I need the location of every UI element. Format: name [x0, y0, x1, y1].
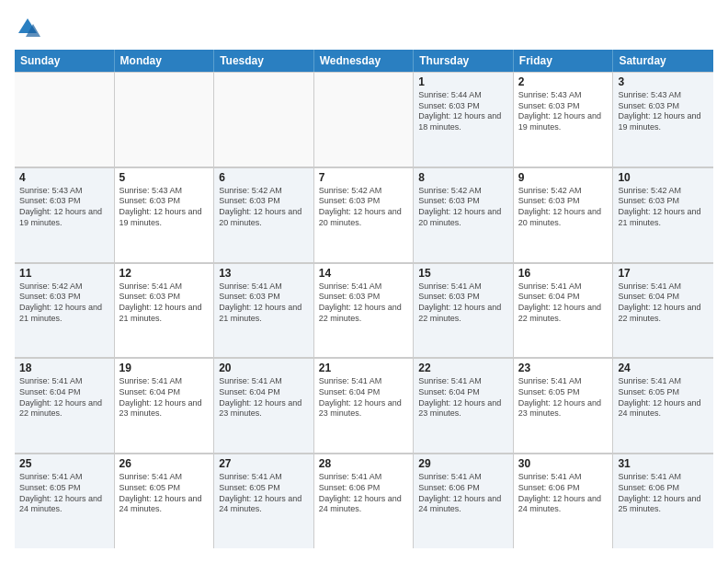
calendar-cell-day-8: 8Sunrise: 5:42 AM Sunset: 6:03 PM Daylig… [414, 167, 514, 262]
header-day-friday: Friday [514, 50, 614, 72]
day-number: 20 [219, 362, 309, 374]
day-info: Sunrise: 5:42 AM Sunset: 6:03 PM Dayligh… [518, 186, 609, 229]
day-info: Sunrise: 5:41 AM Sunset: 6:03 PM Dayligh… [219, 282, 309, 325]
calendar-cell-day-4: 4Sunrise: 5:43 AM Sunset: 6:03 PM Daylig… [15, 167, 115, 262]
day-number: 21 [319, 362, 409, 374]
calendar-cell-empty [314, 72, 415, 167]
day-info: Sunrise: 5:41 AM Sunset: 6:03 PM Dayligh… [418, 282, 508, 325]
calendar-cell-day-30: 30Sunrise: 5:41 AM Sunset: 6:06 PM Dayli… [514, 454, 614, 548]
day-info: Sunrise: 5:41 AM Sunset: 6:04 PM Dayligh… [119, 376, 210, 419]
calendar-cell-day-21: 21Sunrise: 5:41 AM Sunset: 6:04 PM Dayli… [314, 358, 415, 453]
day-number: 7 [319, 171, 409, 184]
day-number: 13 [219, 267, 309, 280]
calendar-row-1: 1Sunrise: 5:44 AM Sunset: 6:03 PM Daylig… [15, 72, 713, 167]
calendar-row-5: 25Sunrise: 5:41 AM Sunset: 6:05 PM Dayli… [15, 454, 713, 548]
header-day-saturday: Saturday [613, 50, 713, 72]
header-day-sunday: Sunday [15, 50, 115, 72]
calendar-row-2: 4Sunrise: 5:43 AM Sunset: 6:03 PM Daylig… [15, 167, 713, 263]
calendar-cell-day-29: 29Sunrise: 5:41 AM Sunset: 6:06 PM Dayli… [414, 454, 514, 548]
day-number: 29 [418, 457, 508, 470]
calendar-cell-day-23: 23Sunrise: 5:41 AM Sunset: 6:05 PM Dayli… [514, 358, 614, 453]
calendar-row-4: 18Sunrise: 5:41 AM Sunset: 6:04 PM Dayli… [15, 358, 713, 454]
day-number: 6 [219, 171, 309, 184]
calendar-cell-day-3: 3Sunrise: 5:43 AM Sunset: 6:03 PM Daylig… [613, 72, 713, 167]
logo [15, 15, 44, 40]
calendar-cell-day-12: 12Sunrise: 5:41 AM Sunset: 6:03 PM Dayli… [115, 263, 215, 358]
calendar-header: SundayMondayTuesdayWednesdayThursdayFrid… [15, 50, 713, 72]
day-number: 17 [618, 267, 709, 280]
day-number: 5 [119, 171, 210, 184]
calendar-cell-day-10: 10Sunrise: 5:42 AM Sunset: 6:03 PM Dayli… [613, 167, 713, 262]
day-info: Sunrise: 5:42 AM Sunset: 6:03 PM Dayligh… [319, 186, 409, 229]
day-info: Sunrise: 5:43 AM Sunset: 6:03 PM Dayligh… [518, 90, 609, 133]
calendar-cell-day-22: 22Sunrise: 5:41 AM Sunset: 6:04 PM Dayli… [414, 358, 514, 453]
day-info: Sunrise: 5:41 AM Sunset: 6:06 PM Dayligh… [319, 472, 409, 515]
calendar-cell-day-28: 28Sunrise: 5:41 AM Sunset: 6:06 PM Dayli… [314, 454, 415, 548]
day-info: Sunrise: 5:42 AM Sunset: 6:03 PM Dayligh… [219, 186, 309, 229]
calendar-cell-day-16: 16Sunrise: 5:41 AM Sunset: 6:04 PM Dayli… [514, 263, 614, 358]
day-info: Sunrise: 5:41 AM Sunset: 6:05 PM Dayligh… [518, 376, 609, 419]
day-number: 27 [219, 457, 309, 470]
day-info: Sunrise: 5:42 AM Sunset: 6:03 PM Dayligh… [618, 186, 709, 229]
day-info: Sunrise: 5:41 AM Sunset: 6:05 PM Dayligh… [119, 472, 210, 515]
day-number: 4 [19, 171, 109, 184]
logo-icon [15, 15, 40, 40]
header [15, 15, 713, 40]
day-info: Sunrise: 5:41 AM Sunset: 6:05 PM Dayligh… [219, 472, 309, 515]
calendar-cell-day-5: 5Sunrise: 5:43 AM Sunset: 6:03 PM Daylig… [115, 167, 215, 262]
calendar-cell-day-17: 17Sunrise: 5:41 AM Sunset: 6:04 PM Dayli… [613, 263, 713, 358]
day-info: Sunrise: 5:41 AM Sunset: 6:03 PM Dayligh… [119, 282, 210, 325]
calendar-row-3: 11Sunrise: 5:42 AM Sunset: 6:03 PM Dayli… [15, 263, 713, 359]
day-number: 19 [119, 362, 210, 374]
calendar-cell-day-11: 11Sunrise: 5:42 AM Sunset: 6:03 PM Dayli… [15, 263, 115, 358]
day-number: 30 [518, 457, 609, 470]
header-day-wednesday: Wednesday [314, 50, 415, 72]
day-info: Sunrise: 5:41 AM Sunset: 6:04 PM Dayligh… [418, 376, 508, 419]
day-info: Sunrise: 5:43 AM Sunset: 6:03 PM Dayligh… [618, 90, 709, 133]
day-info: Sunrise: 5:41 AM Sunset: 6:04 PM Dayligh… [19, 376, 109, 419]
day-info: Sunrise: 5:41 AM Sunset: 6:06 PM Dayligh… [618, 472, 709, 515]
day-info: Sunrise: 5:42 AM Sunset: 6:03 PM Dayligh… [418, 186, 508, 229]
day-number: 23 [518, 362, 609, 374]
day-info: Sunrise: 5:41 AM Sunset: 6:06 PM Dayligh… [518, 472, 609, 515]
day-number: 14 [319, 267, 409, 280]
header-day-monday: Monday [115, 50, 215, 72]
day-number: 24 [618, 362, 709, 374]
calendar-cell-empty [15, 72, 115, 167]
day-number: 8 [418, 171, 508, 184]
calendar-cell-day-27: 27Sunrise: 5:41 AM Sunset: 6:05 PM Dayli… [214, 454, 314, 548]
calendar-cell-day-6: 6Sunrise: 5:42 AM Sunset: 6:03 PM Daylig… [214, 167, 314, 262]
day-info: Sunrise: 5:44 AM Sunset: 6:03 PM Dayligh… [418, 90, 508, 133]
day-number: 16 [518, 267, 609, 280]
day-number: 22 [418, 362, 508, 374]
calendar-cell-day-15: 15Sunrise: 5:41 AM Sunset: 6:03 PM Dayli… [414, 263, 514, 358]
day-info: Sunrise: 5:41 AM Sunset: 6:05 PM Dayligh… [19, 472, 109, 515]
day-number: 15 [418, 267, 508, 280]
day-number: 3 [618, 75, 709, 88]
calendar-cell-day-24: 24Sunrise: 5:41 AM Sunset: 6:05 PM Dayli… [613, 358, 713, 453]
day-info: Sunrise: 5:43 AM Sunset: 6:03 PM Dayligh… [19, 186, 109, 229]
calendar: SundayMondayTuesdayWednesdayThursdayFrid… [15, 50, 713, 548]
header-day-thursday: Thursday [414, 50, 514, 72]
day-number: 1 [418, 75, 508, 88]
day-info: Sunrise: 5:41 AM Sunset: 6:04 PM Dayligh… [518, 282, 609, 325]
day-number: 11 [19, 267, 109, 280]
day-number: 12 [119, 267, 210, 280]
day-number: 31 [618, 457, 709, 470]
day-number: 25 [19, 457, 109, 470]
day-info: Sunrise: 5:42 AM Sunset: 6:03 PM Dayligh… [19, 282, 109, 325]
day-info: Sunrise: 5:43 AM Sunset: 6:03 PM Dayligh… [119, 186, 210, 229]
day-number: 18 [19, 362, 109, 374]
calendar-cell-day-20: 20Sunrise: 5:41 AM Sunset: 6:04 PM Dayli… [214, 358, 314, 453]
day-number: 28 [319, 457, 409, 470]
calendar-body: 1Sunrise: 5:44 AM Sunset: 6:03 PM Daylig… [15, 72, 713, 548]
day-info: Sunrise: 5:41 AM Sunset: 6:06 PM Dayligh… [418, 472, 508, 515]
calendar-cell-day-14: 14Sunrise: 5:41 AM Sunset: 6:03 PM Dayli… [314, 263, 415, 358]
calendar-cell-day-18: 18Sunrise: 5:41 AM Sunset: 6:04 PM Dayli… [15, 358, 115, 453]
calendar-cell-day-19: 19Sunrise: 5:41 AM Sunset: 6:04 PM Dayli… [115, 358, 215, 453]
day-info: Sunrise: 5:41 AM Sunset: 6:05 PM Dayligh… [618, 376, 709, 419]
calendar-cell-day-31: 31Sunrise: 5:41 AM Sunset: 6:06 PM Dayli… [613, 454, 713, 548]
day-info: Sunrise: 5:41 AM Sunset: 6:04 PM Dayligh… [319, 376, 409, 419]
calendar-cell-day-25: 25Sunrise: 5:41 AM Sunset: 6:05 PM Dayli… [15, 454, 115, 548]
calendar-cell-day-7: 7Sunrise: 5:42 AM Sunset: 6:03 PM Daylig… [314, 167, 415, 262]
